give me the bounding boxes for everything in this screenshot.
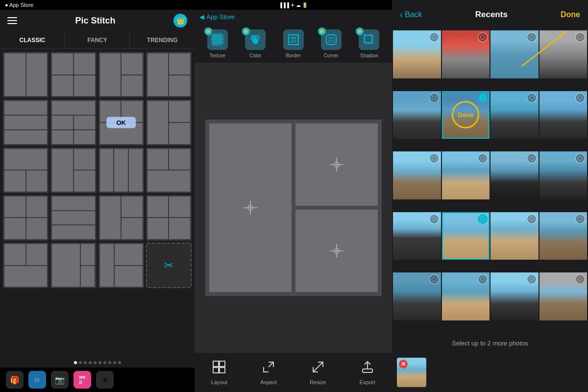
tool-color[interactable]: 👑 Color [236, 28, 274, 58]
aspect-icon [262, 360, 275, 377]
back-button-label: Back [405, 10, 422, 19]
photo-thumb-11[interactable] [490, 151, 539, 199]
bottom-tool-export[interactable]: Export [343, 360, 392, 385]
select-badge-16 [575, 214, 585, 224]
layout-12[interactable] [146, 147, 192, 193]
tab-trending[interactable]: TRENDING [130, 31, 195, 49]
menu-button[interactable] [7, 17, 17, 24]
layout-13[interactable] [3, 195, 49, 241]
done-button[interactable]: Done [561, 10, 580, 19]
photo-thumb-13[interactable] [393, 212, 441, 260]
photo-thumb-2[interactable] [442, 30, 490, 78]
dot-8[interactable] [113, 361, 116, 364]
dock-icon-counter[interactable]: 61 [28, 371, 46, 389]
photo-thumb-20[interactable] [539, 272, 588, 320]
layout-16[interactable] [146, 195, 192, 241]
photo-thumb-5[interactable] [393, 91, 441, 139]
tab-fancy[interactable]: FANCY [65, 31, 130, 49]
layout-3[interactable] [98, 52, 144, 98]
select-badge-3 [527, 32, 537, 42]
small-selected-thumb[interactable]: ✕ [397, 358, 426, 387]
dot-5[interactable] [98, 361, 101, 364]
crown-shadow-icon: 👑 [356, 27, 364, 35]
layout-19[interactable] [98, 243, 144, 288]
photo-thumb-17[interactable] [393, 272, 441, 320]
layout-2[interactable] [50, 52, 96, 98]
layout-9[interactable] [3, 147, 49, 193]
scissors-icon: ✂ [147, 244, 191, 287]
svg-rect-14 [289, 35, 298, 45]
done-circle-text: Done [458, 111, 474, 119]
photo-thumb-14[interactable] [442, 212, 490, 260]
svg-rect-24 [213, 361, 219, 367]
bottom-tool-layout[interactable]: Layout [195, 360, 244, 385]
photo-thumb-8[interactable] [539, 91, 588, 139]
dot-2[interactable] [84, 361, 87, 364]
dock-icon-gift[interactable]: 🎁 [6, 371, 24, 389]
tool-corner[interactable]: 👑 Corner [312, 28, 350, 58]
photo-thumb-7[interactable] [490, 91, 539, 139]
photo-thumb-18[interactable] [442, 272, 490, 320]
photo-thumb-19[interactable] [490, 272, 539, 320]
right-panel: ‹ Back Recents Done [392, 0, 588, 392]
canvas-cell-bottom-right[interactable] [295, 210, 378, 292]
remove-badge: ✕ [399, 360, 408, 368]
tool-shadow[interactable]: 👑 Shadow [350, 28, 388, 58]
dock-icon-weit[interactable]: weit [74, 371, 91, 389]
shadow-label: Shadow [360, 53, 378, 58]
layout-18[interactable] [50, 243, 96, 288]
back-button[interactable]: ‹ Back [400, 10, 422, 20]
tool-texture[interactable]: 👑 T [198, 28, 236, 58]
bottom-tool-aspect[interactable]: Aspect [244, 360, 294, 385]
layout-5[interactable] [3, 99, 49, 145]
dot-9[interactable] [118, 361, 121, 364]
svg-rect-21 [332, 40, 334, 43]
dot-6[interactable] [103, 361, 106, 364]
select-badge-17 [429, 274, 439, 284]
corner-icon [325, 33, 338, 46]
photo-thumb-12[interactable] [539, 151, 588, 199]
photo-thumb-15[interactable] [490, 212, 539, 260]
crown-badge[interactable]: 👑 [173, 14, 187, 27]
right-footer: Select up to 2 more photos [392, 333, 588, 353]
svg-rect-17 [294, 40, 296, 43]
dot-4[interactable] [94, 361, 97, 364]
layout-14[interactable] [50, 195, 96, 241]
photo-thumb-4[interactable] [539, 30, 588, 78]
photo-thumb-16[interactable] [539, 212, 588, 260]
photo-thumb-9[interactable] [393, 151, 441, 199]
layout-4[interactable] [146, 52, 192, 98]
mid-back-label[interactable]: App Store [206, 13, 235, 21]
layout-10[interactable] [50, 147, 96, 193]
small-thumb-row: ✕ [392, 353, 588, 392]
dot-0[interactable] [74, 361, 77, 364]
photo-thumb-3[interactable] [490, 30, 539, 78]
bottom-tool-resize[interactable]: Resize [294, 360, 343, 385]
crown-corner-icon: 👑 [318, 27, 326, 35]
layout-17[interactable] [3, 243, 49, 288]
canvas-cell-top-right[interactable] [295, 123, 378, 206]
layout-8[interactable] [146, 99, 192, 145]
tab-bar: CLASSIC FANCY TRENDING [0, 31, 195, 49]
color-label: Color [249, 53, 261, 58]
layout-1[interactable] [3, 52, 49, 98]
photo-thumb-1[interactable] [393, 30, 441, 78]
layouts-grid: OK [0, 49, 195, 358]
tool-border[interactable]: Border [274, 28, 312, 58]
app-store-label: ● App Store [5, 2, 33, 8]
layout-11[interactable] [98, 147, 144, 193]
photo-thumb-6[interactable]: Done [442, 91, 490, 139]
dot-1[interactable] [79, 361, 82, 364]
dot-3[interactable] [89, 361, 92, 364]
layout-15[interactable] [98, 195, 144, 241]
photo-thumb-10[interactable] [442, 151, 490, 199]
layout-7[interactable]: OK [98, 99, 144, 145]
select-badge-13 [429, 214, 439, 224]
layout-scissors[interactable]: ✂ [146, 243, 192, 288]
layout-6[interactable] [50, 99, 96, 145]
dock-icon-camera[interactable]: 📷 [51, 371, 69, 389]
dot-7[interactable] [108, 361, 111, 364]
tab-classic[interactable]: CLASSIC [0, 31, 65, 49]
dock-icon-star[interactable]: ✳ [96, 371, 114, 389]
canvas-cell-left[interactable] [209, 123, 292, 292]
